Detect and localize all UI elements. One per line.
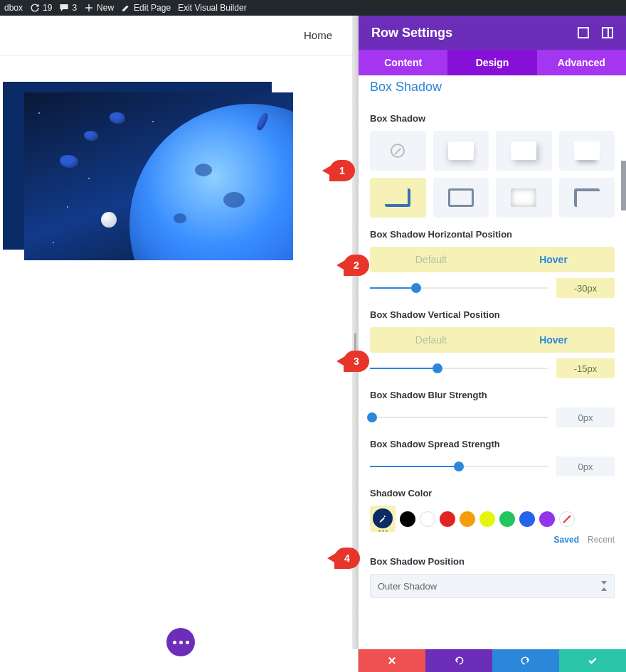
shadow-preset-3[interactable] xyxy=(496,131,552,171)
hpos-hover[interactable]: Hover xyxy=(492,247,615,272)
swatch-menu-icon[interactable] xyxy=(378,530,388,532)
callout-4: 4 xyxy=(334,548,360,569)
label-spread: Box Shadow Spread Strength xyxy=(370,439,615,449)
adminbar-edit-page[interactable]: Edit Page xyxy=(121,3,171,13)
swatch-black[interactable] xyxy=(400,511,415,527)
adminbar-updates[interactable]: 19 xyxy=(30,3,52,13)
swatch-none[interactable] xyxy=(559,511,575,527)
builder-fab[interactable] xyxy=(166,628,195,656)
shadow-none[interactable] xyxy=(370,131,426,171)
panel-header: Row Settings xyxy=(359,16,626,50)
swatch-green[interactable] xyxy=(499,511,515,527)
snap-icon[interactable] xyxy=(602,27,613,38)
panel-scrollbar-thumb[interactable] xyxy=(621,161,626,210)
none-icon xyxy=(391,144,405,158)
tab-design[interactable]: Design xyxy=(447,50,536,75)
link-saved[interactable]: Saved xyxy=(554,535,579,545)
adminbar-exit-vb[interactable]: Exit Visual Builder xyxy=(178,3,247,13)
spread-slider[interactable] xyxy=(370,458,548,475)
save-button[interactable] xyxy=(559,649,626,672)
label-boxshadow: Box Shadow xyxy=(370,113,615,124)
hpos-value[interactable]: -30px xyxy=(556,278,615,298)
vpos-hover[interactable]: Hover xyxy=(492,327,615,353)
shadow-preset-5[interactable] xyxy=(370,178,426,218)
label-vpos: Box Shadow Vertical Position xyxy=(370,309,615,320)
color-picker-swatch[interactable] xyxy=(373,508,393,528)
spread-value[interactable]: 0px xyxy=(556,457,615,476)
undo-button[interactable] xyxy=(425,649,492,672)
swatch-orange[interactable] xyxy=(460,511,475,527)
shadow-preset-4[interactable] xyxy=(559,131,615,171)
shadow-preset-8[interactable] xyxy=(559,178,615,218)
tab-advanced[interactable]: Advanced xyxy=(537,50,626,75)
settings-panel: Row Settings Content Design Advanced Box… xyxy=(359,16,626,672)
blur-slider[interactable] xyxy=(370,409,548,426)
label-color: Shadow Color xyxy=(370,488,615,498)
panel-title: Row Settings xyxy=(371,26,452,41)
site-header: Home xyxy=(0,16,358,55)
wp-admin-bar: dbox 19 3 New Edit Page Exit Visual Buil… xyxy=(0,0,626,16)
preview-image xyxy=(24,92,293,260)
swatch-white[interactable] xyxy=(420,511,435,527)
vpos-default[interactable]: Default xyxy=(370,327,492,353)
preview-row[interactable] xyxy=(24,92,295,260)
expand-icon[interactable] xyxy=(578,27,589,38)
callout-1: 1 xyxy=(329,160,355,181)
callout-3: 3 xyxy=(344,351,369,372)
vpos-slider[interactable] xyxy=(370,360,548,377)
label-pos: Box Shadow Position xyxy=(370,556,615,567)
close-button[interactable] xyxy=(359,649,425,672)
adminbar-site[interactable]: dbox xyxy=(4,3,23,13)
adminbar-new[interactable]: New xyxy=(84,3,114,13)
vpos-value[interactable]: -15px xyxy=(556,358,615,378)
shadow-preset-2[interactable] xyxy=(433,131,489,171)
swatch-red[interactable] xyxy=(440,511,455,527)
tab-content[interactable]: Content xyxy=(359,50,447,75)
vpos-state-toggle: Default Hover xyxy=(370,327,615,353)
color-swatches xyxy=(370,506,615,532)
label-hpos: Box Shadow Horizontal Position xyxy=(370,229,615,240)
settings-tabs: Content Design Advanced xyxy=(359,50,626,75)
swatch-blue[interactable] xyxy=(519,511,535,527)
label-blur: Box Shadow Blur Strength xyxy=(370,390,615,400)
shadow-presets xyxy=(370,131,615,218)
swatch-purple[interactable] xyxy=(539,511,555,527)
nav-home[interactable]: Home xyxy=(304,29,332,41)
hpos-default[interactable]: Default xyxy=(370,247,492,272)
shadow-position-select[interactable]: Outer Shadow xyxy=(370,574,615,598)
page-preview: Home xyxy=(0,16,359,672)
option-group-title[interactable]: Box Shadow xyxy=(370,75,615,102)
hpos-state-toggle: Default Hover xyxy=(370,247,615,272)
panel-action-bar xyxy=(359,649,626,672)
callout-2: 2 xyxy=(344,255,369,276)
swatch-yellow[interactable] xyxy=(479,511,495,527)
link-recent[interactable]: Recent xyxy=(588,535,615,545)
blur-value[interactable]: 0px xyxy=(556,407,615,427)
redo-button[interactable] xyxy=(492,649,559,672)
hpos-slider[interactable] xyxy=(370,279,548,297)
shadow-preset-6[interactable] xyxy=(433,178,489,218)
shadow-preset-7[interactable] xyxy=(496,178,552,218)
adminbar-comments[interactable]: 3 xyxy=(59,3,77,13)
